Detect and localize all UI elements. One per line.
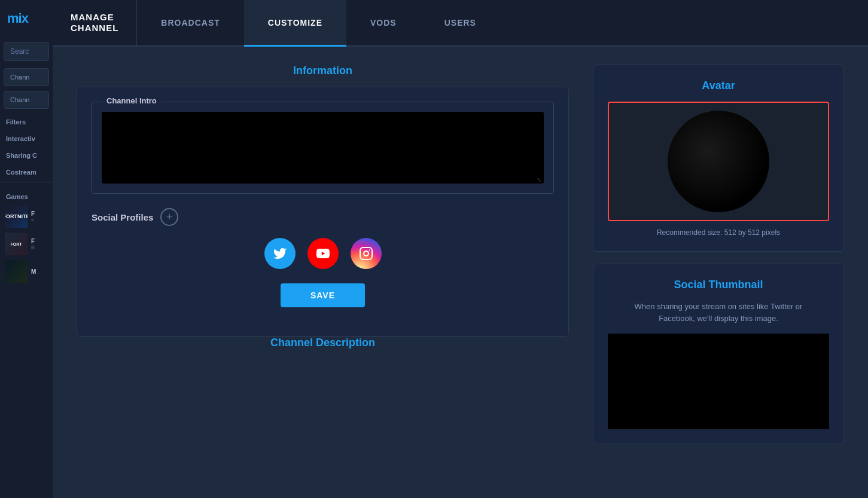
- game-title-2: F: [31, 238, 35, 245]
- game-title-3: M: [31, 268, 36, 275]
- nav-tabs: BROADCAST CUSTOMIZE VODS USERS: [137, 0, 868, 45]
- left-column: Information Channel Intro ⤡ Social Profi…: [77, 65, 569, 480]
- channel-item-1-label: Chann: [10, 74, 29, 81]
- information-section: Information Channel Intro ⤡ Social Profi…: [77, 65, 569, 359]
- tab-users[interactable]: USERS: [421, 0, 500, 47]
- search-bar[interactable]: Searc: [4, 42, 49, 61]
- search-text: Searc: [10, 47, 29, 56]
- game-thumb-text-2: FORT: [10, 242, 22, 246]
- social-profiles-section: Social Profiles +: [92, 208, 554, 307]
- sidebar-divider: [0, 182, 53, 182]
- channel-item-2[interactable]: Chann: [4, 91, 49, 109]
- channel-intro-wrapper: Channel Intro ⤡: [92, 102, 554, 194]
- thumbnail-description: When sharing your stream on sites like T…: [608, 301, 829, 324]
- costream-label: Costream: [0, 161, 53, 178]
- sidebar: mix Searc Chann Chann Filters Interactiv…: [0, 0, 53, 498]
- nav-title-line1: MANAGE: [71, 12, 114, 22]
- game-info-3: M: [31, 268, 36, 275]
- interactive-label: Interactiv: [0, 128, 53, 145]
- game-thumb-3: [5, 260, 28, 283]
- channel-intro-video[interactable]: ⤡: [102, 112, 544, 184]
- thumbnail-title: Social Thumbnail: [608, 279, 829, 291]
- game-thumb-text-1: FORTNITE: [5, 213, 28, 219]
- avatar-circle: [668, 111, 769, 212]
- main-content: MANAGE CHANNEL BROADCAST CUSTOMIZE VODS …: [53, 0, 868, 498]
- tab-customize[interactable]: CUSTOMIZE: [244, 0, 346, 47]
- info-card: Channel Intro ⤡ Social Profiles +: [77, 87, 569, 337]
- filters-label: Filters: [0, 111, 53, 128]
- youtube-icon: [316, 246, 330, 261]
- game-item-1[interactable]: FORTNITE F <: [0, 203, 53, 230]
- channel-item-1[interactable]: Chann: [4, 68, 49, 86]
- information-title: Information: [77, 65, 569, 77]
- channel-item-2-label: Chann: [10, 96, 29, 103]
- tab-broadcast-label: BROADCAST: [161, 18, 220, 28]
- social-profiles-title: Social Profiles: [92, 212, 153, 222]
- page-body: Information Channel Intro ⤡ Social Profi…: [53, 47, 868, 498]
- right-column: Avatar Recommended size: 512 by 512 pixe…: [593, 65, 844, 480]
- game-subtitle-1: <: [31, 217, 35, 223]
- social-profiles-header: Social Profiles +: [92, 208, 554, 226]
- games-label: Games: [0, 186, 53, 203]
- thumbnail-preview[interactable]: [608, 334, 829, 429]
- youtube-icon-button[interactable]: [307, 238, 339, 269]
- instagram-icon-button[interactable]: [351, 238, 382, 269]
- sharing-label: Sharing C: [0, 145, 53, 161]
- top-nav: MANAGE CHANNEL BROADCAST CUSTOMIZE VODS …: [53, 0, 868, 47]
- nav-title: MANAGE CHANNEL: [53, 0, 137, 45]
- game-subtitle-2: B: [31, 245, 35, 250]
- tab-customize-label: CUSTOMIZE: [268, 18, 322, 28]
- twitter-icon-button[interactable]: [264, 238, 296, 269]
- game-title-1: F: [31, 210, 35, 217]
- tab-broadcast[interactable]: BROADCAST: [137, 0, 243, 47]
- game-info-1: F <: [31, 210, 35, 223]
- logo-area: mix: [0, 0, 53, 37]
- game-item-3[interactable]: M: [0, 258, 53, 285]
- avatar-size-hint: Recommended size: 512 by 512 pixels: [608, 228, 829, 237]
- channel-intro-label: Channel Intro: [102, 96, 162, 105]
- svg-rect-1: [360, 248, 372, 259]
- nav-title-text: MANAGE CHANNEL: [71, 12, 118, 33]
- game-info-2: F B: [31, 238, 35, 250]
- thumbnail-card: Social Thumbnail When sharing your strea…: [593, 264, 844, 444]
- game-thumb-2: FORT: [5, 233, 28, 255]
- tab-users-label: USERS: [444, 18, 476, 28]
- twitter-icon: [273, 246, 287, 261]
- instagram-icon: [359, 246, 373, 261]
- tab-vods[interactable]: VODS: [346, 0, 421, 47]
- logo-text: mix: [7, 11, 28, 26]
- avatar-card: Avatar Recommended size: 512 by 512 pixe…: [593, 65, 844, 252]
- nav-title-line2: CHANNEL: [71, 23, 118, 33]
- channel-description-title: Channel Description: [77, 337, 569, 349]
- avatar-image-wrapper[interactable]: [608, 102, 829, 221]
- avatar-title: Avatar: [608, 80, 829, 92]
- game-item-2[interactable]: FORT F B: [0, 230, 53, 258]
- tab-vods-label: VODS: [370, 18, 397, 28]
- game-thumb-1: FORTNITE: [5, 205, 28, 228]
- channel-description-section: Channel Description: [77, 337, 569, 349]
- add-social-button[interactable]: +: [160, 208, 178, 226]
- social-icons-row: [92, 238, 554, 269]
- save-button[interactable]: SAVE: [281, 283, 365, 307]
- video-resize-handle[interactable]: ⤡: [537, 176, 543, 182]
